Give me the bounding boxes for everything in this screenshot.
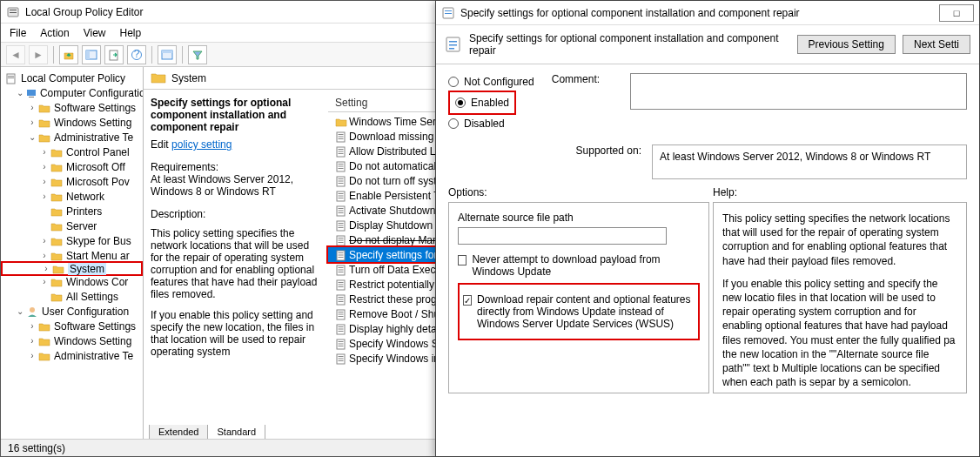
filter-button[interactable] <box>188 45 207 64</box>
svg-rect-46 <box>339 239 344 240</box>
alt-source-path-label: Alternate source file path <box>458 212 700 224</box>
properties-button[interactable] <box>158 45 177 64</box>
svg-rect-78 <box>339 358 344 359</box>
show-hide-tree-button[interactable] <box>82 45 101 64</box>
setting-label: Enable Persistent Tir <box>349 190 446 202</box>
setting-title: Specify settings for optional component … <box>151 97 321 133</box>
svg-rect-43 <box>339 227 344 228</box>
svg-rect-19 <box>339 138 344 139</box>
svg-rect-2 <box>10 12 17 13</box>
svg-rect-61 <box>339 297 344 298</box>
radio-enabled[interactable]: Enabled <box>455 97 509 109</box>
dialog-titlebar: Specify settings for optional component … <box>436 1 979 25</box>
svg-rect-77 <box>339 356 344 357</box>
svg-rect-11 <box>8 76 14 77</box>
setting-label: Restrict potentially u <box>349 279 443 291</box>
view-tabs: Extended Standard <box>144 420 265 440</box>
radio-disabled[interactable]: Disabled <box>448 118 534 130</box>
tree-user-config[interactable]: ⌄User Configuration <box>1 304 143 319</box>
radio-not-configured[interactable]: Not Configured <box>448 76 534 88</box>
comment-field[interactable] <box>630 73 967 110</box>
tree-ms-powerpoint[interactable]: ›Microsoft Pov <box>1 174 143 189</box>
edit-label: Edit <box>151 138 169 151</box>
svg-rect-34 <box>339 195 344 196</box>
tree-uc-admin[interactable]: ›Administrative Te <box>1 348 143 363</box>
setting-label: Do not automaticall <box>349 160 439 172</box>
svg-rect-53 <box>339 267 344 268</box>
next-setting-button[interactable]: Next Setti <box>903 35 970 54</box>
tree-cc-software[interactable]: ›Software Settings <box>1 100 143 115</box>
tree-root[interactable]: Local Computer Policy <box>1 71 143 85</box>
export-list-button[interactable] <box>104 45 124 64</box>
tree-skype[interactable]: ›Skype for Bus <box>1 233 143 248</box>
tab-standard[interactable]: Standard <box>207 425 265 440</box>
download-direct-checkbox[interactable]: Download repair content and optional fea… <box>463 293 695 330</box>
tree-cc-windows[interactable]: ›Windows Setting <box>1 115 143 130</box>
tree-uc-windows[interactable]: ›Windows Setting <box>1 333 143 348</box>
svg-rect-86 <box>449 48 454 50</box>
svg-rect-14 <box>29 97 34 97</box>
setting-icon <box>333 323 349 335</box>
back-button[interactable]: ◄ <box>6 45 25 64</box>
dialog-subheader: Specify settings for optional component … <box>436 25 979 64</box>
setting-icon <box>333 205 349 217</box>
setting-icon <box>333 308 349 320</box>
menu-view[interactable]: View <box>84 27 106 39</box>
setting-label: Display highly detai <box>349 323 439 335</box>
svg-rect-41 <box>339 223 344 224</box>
svg-rect-84 <box>449 41 457 43</box>
svg-rect-37 <box>339 208 344 209</box>
svg-rect-21 <box>339 149 344 150</box>
setting-label: Download missing C <box>349 131 444 143</box>
tree-ms-office[interactable]: ›Microsoft Off <box>1 159 143 174</box>
tree-all-settings[interactable]: All Settings <box>1 289 143 304</box>
svg-rect-82 <box>445 13 452 14</box>
setting-icon <box>333 219 349 232</box>
extended-info-pane: Specify settings for optional component … <box>144 67 328 440</box>
tree-printers[interactable]: Printers <box>1 204 143 218</box>
setting-label: Restrict these progra <box>349 293 446 306</box>
tree-network[interactable]: ›Network <box>1 189 143 204</box>
menu-file[interactable]: File <box>10 27 26 39</box>
setting-icon <box>333 249 349 261</box>
svg-rect-70 <box>339 328 344 329</box>
svg-rect-39 <box>339 212 344 213</box>
never-download-checkbox[interactable]: Never attempt to download payload from W… <box>458 253 700 278</box>
setting-icon <box>333 131 349 143</box>
tree-uc-software[interactable]: ›Software Settings <box>1 319 143 333</box>
svg-rect-50 <box>339 254 344 255</box>
tree-windows-components[interactable]: ›Windows Cor <box>1 274 143 289</box>
svg-rect-69 <box>339 326 344 327</box>
alt-source-path-input[interactable] <box>458 227 667 245</box>
svg-rect-67 <box>339 316 344 317</box>
svg-rect-66 <box>339 313 344 314</box>
setting-icon <box>333 264 349 276</box>
tree-control-panel[interactable]: ›Control Panel <box>1 144 143 159</box>
menu-action[interactable]: Action <box>40 27 69 39</box>
description-p2: If you enable this policy setting and sp… <box>151 309 321 358</box>
svg-rect-23 <box>339 153 344 154</box>
setting-icon <box>333 145 349 158</box>
tree-system[interactable]: ›System <box>1 261 143 276</box>
svg-rect-27 <box>339 168 344 169</box>
maximize-icon[interactable]: □ <box>939 4 974 22</box>
help-button[interactable]: ? <box>127 45 146 64</box>
forward-button[interactable]: ► <box>29 45 48 64</box>
previous-setting-button[interactable]: Previous Setting <box>797 35 896 54</box>
svg-rect-57 <box>339 282 344 283</box>
tree-server[interactable]: Server <box>1 218 143 233</box>
menu-help[interactable]: Help <box>120 27 142 39</box>
help-panel: This policy setting specifies the networ… <box>713 202 967 393</box>
console-tree[interactable]: Local Computer Policy ⌄Computer Configur… <box>1 67 144 440</box>
svg-rect-73 <box>339 341 344 342</box>
setting-icon <box>333 190 349 202</box>
setting-label: Specify Windows in <box>349 353 440 365</box>
policy-setting-link[interactable]: policy setting <box>171 138 232 151</box>
up-button[interactable] <box>59 45 78 64</box>
tree-computer-config[interactable]: ⌄Computer Configuration <box>1 85 143 100</box>
svg-rect-22 <box>339 151 344 151</box>
state-radio-group: Not Configured Enabled Disabled <box>448 73 534 132</box>
tree-cc-admin[interactable]: ⌄Administrative Te <box>1 130 143 144</box>
svg-rect-75 <box>339 346 344 346</box>
tab-extended[interactable]: Extended <box>149 425 208 440</box>
